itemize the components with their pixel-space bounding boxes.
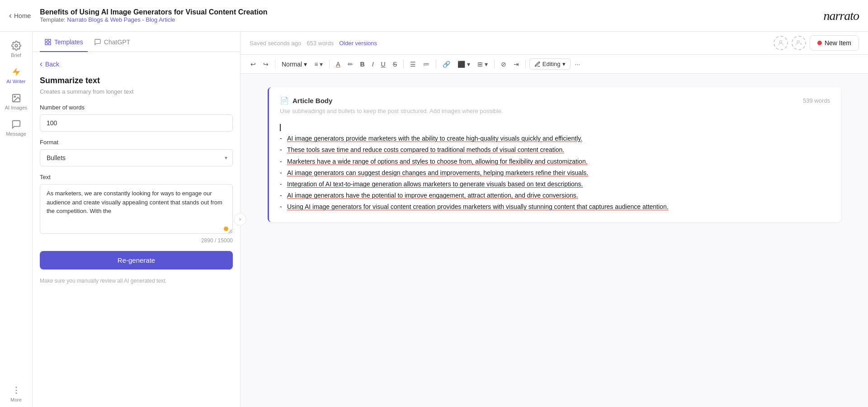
panel-tabs: Templates ChatGPT — [33, 32, 240, 52]
new-item-label: New Item — [825, 39, 851, 47]
narrato-logo: narrato — [823, 9, 859, 23]
section-title-row: 📄 Article Body — [280, 96, 332, 105]
avatar-secondary[interactable] — [792, 36, 806, 50]
more-tools-button[interactable]: ··· — [572, 59, 583, 70]
sidebar-item-ai-images[interactable]: AI Images — [0, 89, 32, 115]
highlight-button[interactable]: ✏ — [345, 59, 356, 70]
underline-button[interactable]: U — [378, 59, 388, 70]
redo-button[interactable]: ↪ — [260, 59, 271, 70]
style-select[interactable]: Normal ▾ — [279, 59, 310, 70]
svg-rect-6 — [45, 39, 47, 42]
toolbar-status: Saved seconds ago 653 words Older versio… — [241, 32, 868, 55]
message-icon — [11, 119, 21, 129]
editor-content[interactable]: 📄 Article Body 539 words Use subheadings… — [241, 74, 868, 407]
sidebar-label-ai-writer: AI Writer — [6, 79, 26, 84]
tab-templates[interactable]: Templates — [40, 32, 88, 52]
bullet-item-4: AI image generators can suggest design c… — [280, 167, 830, 179]
avatar-user[interactable] — [774, 36, 788, 50]
user-icon — [777, 39, 784, 47]
svg-rect-7 — [48, 39, 51, 42]
header-left: Home Benefits of Using AI Image Generato… — [9, 8, 268, 23]
num-words-input[interactable] — [40, 114, 233, 132]
saved-status: Saved seconds ago — [250, 40, 301, 47]
template-description: Creates a summary from longer text — [40, 88, 233, 95]
sidebar-label-more: More — [10, 397, 22, 402]
doc-title: Benefits of Using AI Image Generators fo… — [40, 8, 267, 16]
article-body-section: 📄 Article Body 539 words Use subheadings… — [268, 87, 841, 222]
tab-chatgpt[interactable]: ChatGPT — [90, 32, 135, 52]
back-button[interactable]: Back — [40, 59, 233, 69]
settings-icon — [11, 41, 21, 51]
svg-rect-8 — [48, 43, 51, 45]
textarea-indicator — [224, 227, 228, 231]
image-icon — [11, 93, 21, 103]
toolbar-separator-5 — [494, 60, 495, 69]
regenerate-button[interactable]: Re-generate — [40, 251, 233, 270]
tab-templates-label: Templates — [54, 38, 83, 46]
num-words-field: Number of words — [40, 104, 233, 132]
bullet-item-6: AI image generators have the potential t… — [280, 190, 830, 201]
svg-point-5 — [15, 393, 17, 394]
align-button[interactable]: ≡ ▾ — [311, 59, 326, 70]
sidebar-item-ai-writer[interactable]: AI Writer — [0, 62, 32, 89]
format-select-wrap: Bullets Paragraph Numbered ▾ — [40, 149, 233, 166]
older-versions-link[interactable]: Older versions — [339, 40, 377, 47]
panel-content: Back Summarize text Creates a summary fr… — [33, 52, 240, 407]
format-field: Format Bullets Paragraph Numbered ▾ — [40, 139, 233, 166]
section-title: Article Body — [292, 97, 332, 104]
svg-point-0 — [15, 44, 18, 47]
format-label: Format — [40, 139, 233, 146]
toolbar-separator-6 — [525, 60, 526, 69]
sidebar-item-message[interactable]: Message — [0, 115, 32, 141]
home-button[interactable]: Home — [9, 11, 31, 20]
clear-format-button[interactable]: ⊘ — [498, 59, 509, 70]
bolt-icon — [11, 67, 21, 77]
editor-toolbar: ↩ ↪ Normal ▾ ≡ ▾ A ✏ B I U S ☰ ≔ 🔗 ⬛ ▾ ⊞… — [241, 55, 868, 74]
toolbar-separator-2 — [329, 60, 330, 69]
style-label: Normal — [282, 61, 302, 68]
bullet-list-button[interactable]: ☰ — [407, 59, 419, 70]
sidebar-item-more[interactable]: More — [0, 381, 32, 407]
italic-button[interactable]: I — [369, 59, 377, 70]
text-cursor — [280, 124, 281, 131]
strikethrough-button[interactable]: S — [390, 59, 400, 70]
text-label: Text — [40, 174, 233, 180]
sidebar-label-brief: Brief — [11, 52, 21, 58]
side-panel: › Templates ChatGPT Back Summarize text … — [33, 32, 241, 407]
new-item-button[interactable]: New Item — [810, 35, 859, 51]
svg-point-10 — [779, 41, 782, 43]
bullet-item-1: AI image generators provide marketers wi… — [280, 133, 830, 144]
image-button[interactable]: ⬛ ▾ — [455, 59, 473, 70]
panel-collapse-button[interactable]: › — [234, 213, 246, 226]
undo-button[interactable]: ↩ — [248, 59, 259, 70]
template-link[interactable]: Narrato Blogs & Web Pages - Blog Article — [67, 16, 175, 23]
user-add-icon — [795, 39, 802, 47]
numbered-list-button[interactable]: ≔ — [420, 59, 432, 70]
indent-button[interactable]: ⇥ — [511, 59, 522, 70]
format-select[interactable]: Bullets Paragraph Numbered — [40, 149, 233, 166]
text-color-button[interactable]: A — [333, 59, 343, 70]
table-button[interactable]: ⊞ ▾ — [475, 59, 491, 70]
editor-text-area[interactable]: AI image generators provide marketers wi… — [280, 122, 830, 213]
text-textarea[interactable]: As marketers, we are constantly looking … — [40, 184, 233, 234]
text-field: Text As marketers, we are constantly loo… — [40, 174, 233, 244]
pencil-icon — [534, 61, 541, 67]
top-header: Home Benefits of Using AI Image Generato… — [0, 0, 868, 32]
editing-dropdown[interactable]: Editing ▾ — [529, 58, 571, 70]
link-button[interactable]: 🔗 — [440, 59, 453, 70]
template-title: Summarize text — [40, 76, 233, 85]
toolbar-separator-1 — [275, 60, 275, 69]
svg-point-2 — [14, 96, 15, 97]
document-icon: 📄 — [280, 96, 289, 105]
chatgpt-icon — [94, 38, 101, 46]
sidebar-item-brief[interactable]: Brief — [0, 36, 32, 62]
svg-rect-9 — [45, 43, 47, 45]
text-textarea-wrap: As marketers, we are constantly looking … — [40, 184, 233, 236]
bold-button[interactable]: B — [358, 59, 368, 70]
chevron-down-icon: ▾ — [562, 61, 566, 67]
new-item-dot — [817, 41, 822, 45]
dots-icon — [11, 385, 21, 395]
svg-point-4 — [15, 390, 17, 391]
bullet-item-3: Marketers have a wide range of options a… — [280, 156, 830, 167]
icon-sidebar: Brief AI Writer AI Images Message More — [0, 32, 33, 407]
